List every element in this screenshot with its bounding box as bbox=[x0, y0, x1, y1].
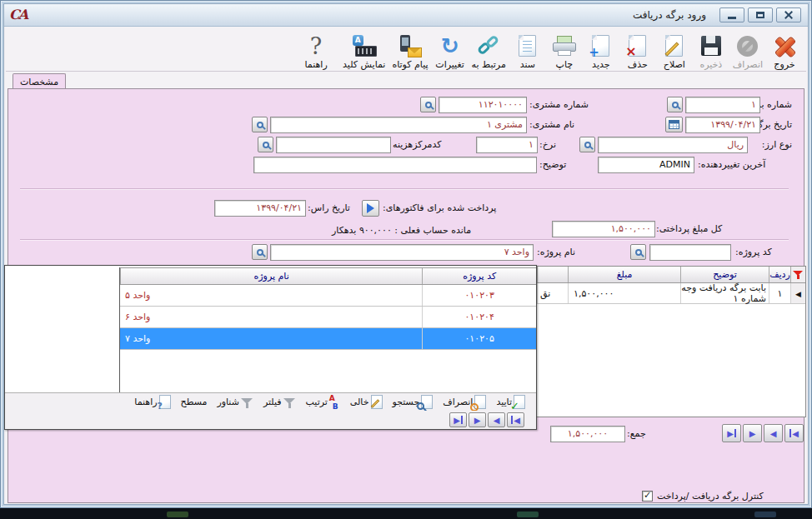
confirm-icon bbox=[514, 395, 525, 409]
amount-header[interactable]: مبلغ bbox=[568, 267, 680, 282]
search-icon bbox=[263, 142, 269, 148]
project-grid[interactable]: کد پروژه نام پروژه ۰۱۰۲۰۳ واحد ۵ ۰۱۰۲۰۴ … bbox=[119, 267, 536, 392]
last-record-button[interactable] bbox=[722, 424, 741, 442]
new-icon bbox=[588, 33, 614, 58]
project-code-field[interactable] bbox=[649, 244, 731, 261]
sheet-no-field[interactable]: ۱ bbox=[685, 97, 760, 113]
last-editor-label: آخرین تغییردهنده: bbox=[698, 159, 765, 170]
popup-next-button[interactable] bbox=[469, 412, 486, 427]
description-cell: بابت برگه دریافت وجه شماره ۱ bbox=[680, 283, 769, 303]
project-lookup-popup: کد پروژه نام پروژه ۰۱۰۲۰۳ واحد ۵ ۰۱۰۲۰۴ … bbox=[4, 265, 537, 430]
project-name-field[interactable]: واحد ۷ bbox=[270, 244, 534, 261]
float-button[interactable]: شناور bbox=[213, 397, 258, 408]
project-code-header[interactable]: کد پروژه bbox=[422, 268, 536, 284]
sum-field: ۱,۵۰۰,۰۰۰ bbox=[550, 426, 625, 442]
project-name-search-button[interactable] bbox=[252, 244, 268, 260]
popup-help-button[interactable]: راهنما bbox=[130, 395, 174, 409]
popup-search-button[interactable]: جستجو bbox=[388, 395, 438, 409]
row-index-header[interactable]: ردیف bbox=[769, 267, 790, 282]
sort-button[interactable]: ترتیب bbox=[302, 395, 344, 410]
last-icon bbox=[727, 428, 734, 439]
invoices-expand-button[interactable] bbox=[362, 200, 379, 217]
filter-button[interactable]: فیلتر bbox=[259, 397, 300, 408]
extra-cell: نق bbox=[537, 283, 568, 303]
checkbox-checked-icon[interactable] bbox=[642, 491, 653, 502]
total-paid-field[interactable]: ۱,۵۰۰,۰۰۰ bbox=[552, 221, 655, 237]
first-record-button[interactable] bbox=[784, 424, 804, 442]
new-button[interactable]: جدید bbox=[583, 30, 619, 70]
row-marker-header[interactable] bbox=[790, 267, 805, 282]
popup-cancel-button[interactable]: انصراف bbox=[439, 395, 490, 409]
confirm-button[interactable]: تایید bbox=[492, 395, 529, 409]
row-index-cell: ۱ bbox=[769, 283, 790, 303]
popup-last-button[interactable] bbox=[449, 412, 467, 427]
save-icon bbox=[698, 33, 724, 58]
control-checkbox-row[interactable]: کنترل برگه دریافت /پرداخت bbox=[642, 491, 764, 502]
refresh-icon bbox=[437, 33, 464, 58]
control-checkbox-label: کنترل برگه دریافت /پرداخت bbox=[657, 491, 764, 502]
popup-previous-button[interactable] bbox=[488, 412, 505, 427]
sheet-no-search-button[interactable] bbox=[667, 97, 683, 112]
due-date-field[interactable]: ۱۳۹۹/۰۴/۲۱ bbox=[214, 200, 306, 217]
sms-button[interactable]: پیام کوتاه bbox=[388, 30, 431, 70]
next-record-button[interactable] bbox=[743, 424, 762, 442]
maximize-button[interactable] bbox=[748, 7, 773, 22]
project-row[interactable]: ۰۱۰۲۰۴ واحد ۶ bbox=[120, 307, 536, 328]
last-editor-field[interactable]: ADMIN bbox=[598, 157, 694, 173]
popup-toolbar: تایید انصراف جستجو خالی bbox=[5, 392, 536, 412]
last-icon bbox=[454, 415, 460, 426]
previous-record-button[interactable] bbox=[764, 424, 783, 442]
customer-no-field[interactable]: ۱۱۲۰۱۰۰۰۰ bbox=[439, 97, 527, 113]
tab-specifications[interactable]: مشخصات bbox=[13, 73, 66, 89]
project-row[interactable]: ۰۱۰۲۰۳ واحد ۵ bbox=[120, 285, 536, 307]
minimize-icon bbox=[728, 17, 736, 19]
popup-first-button[interactable] bbox=[507, 412, 524, 427]
cost-center-label: کدمرکزهزینه bbox=[393, 139, 441, 150]
delete-icon bbox=[624, 33, 651, 58]
close-button[interactable] bbox=[776, 7, 801, 22]
previous-icon bbox=[770, 428, 777, 439]
related-button[interactable]: مرتبط به bbox=[469, 30, 509, 70]
next-icon bbox=[749, 428, 756, 439]
customer-no-search-button[interactable] bbox=[420, 97, 436, 112]
help-button[interactable]: راهنما bbox=[298, 30, 334, 70]
flat-button[interactable]: مسطح bbox=[177, 397, 212, 407]
edit-button[interactable]: اصلاح bbox=[656, 30, 693, 70]
sheet-date-calendar-button[interactable] bbox=[665, 117, 683, 132]
float-icon bbox=[241, 397, 253, 408]
minimize-button[interactable] bbox=[719, 7, 744, 22]
project-row-selected[interactable]: ۰۱۰۲۰۵ واحد ۷ bbox=[120, 328, 536, 350]
cost-center-search-button[interactable] bbox=[258, 137, 273, 152]
exit-button[interactable]: خروج bbox=[766, 30, 803, 70]
show-keyboard-button[interactable]: نمایش کلید bbox=[339, 30, 388, 70]
project-name-cell: واحد ۵ bbox=[120, 285, 422, 306]
app-window: CA ورود برگه دریافت خروج انصراف bbox=[0, 0, 812, 508]
customer-name-field[interactable]: مشتری ۱ bbox=[270, 117, 527, 133]
extra-header[interactable] bbox=[537, 267, 568, 282]
detail-grid[interactable]: ردیف توضیح مبلغ ۱ بابت برگه دریافت وجه ش… bbox=[536, 266, 806, 417]
description-field[interactable] bbox=[253, 157, 537, 173]
customer-name-search-button[interactable] bbox=[252, 117, 268, 132]
clear-button[interactable]: خالی bbox=[346, 395, 387, 409]
changes-button[interactable]: تغییرات bbox=[432, 30, 469, 70]
project-name-header[interactable]: نام پروژه bbox=[120, 268, 422, 284]
help-icon bbox=[303, 33, 329, 58]
rate-field[interactable]: ۱ bbox=[476, 137, 538, 153]
titlebar[interactable]: CA ورود برگه دریافت bbox=[4, 4, 808, 27]
sheet-date-field[interactable]: ۱۳۹۹/۰۴/۲۱ bbox=[685, 117, 760, 133]
description-header[interactable]: توضیح bbox=[680, 267, 769, 282]
delete-button[interactable]: حذف bbox=[619, 30, 656, 70]
currency-field[interactable]: ریال bbox=[598, 137, 748, 153]
detail-grid-row[interactable]: ۱ بابت برگه دریافت وجه شماره ۱ ۱,۵۰۰,۰۰۰… bbox=[537, 283, 805, 304]
project-code-cell: ۰۱۰۲۰۵ bbox=[422, 328, 536, 349]
paid-for-invoices-label: پرداخت شده برای فاکتورهای: bbox=[383, 202, 496, 213]
cost-center-field[interactable] bbox=[276, 137, 391, 153]
project-code-search-button[interactable] bbox=[630, 244, 646, 260]
document-button[interactable]: سند bbox=[509, 30, 546, 70]
taskbar-sliver bbox=[0, 508, 812, 519]
currency-search-button[interactable] bbox=[579, 137, 595, 152]
due-date-label: تاریخ راس: bbox=[308, 202, 350, 213]
keyboard-icon bbox=[351, 33, 378, 58]
project-name-label: نام پروژه: bbox=[537, 247, 575, 257]
print-button[interactable]: چاپ bbox=[546, 30, 583, 70]
